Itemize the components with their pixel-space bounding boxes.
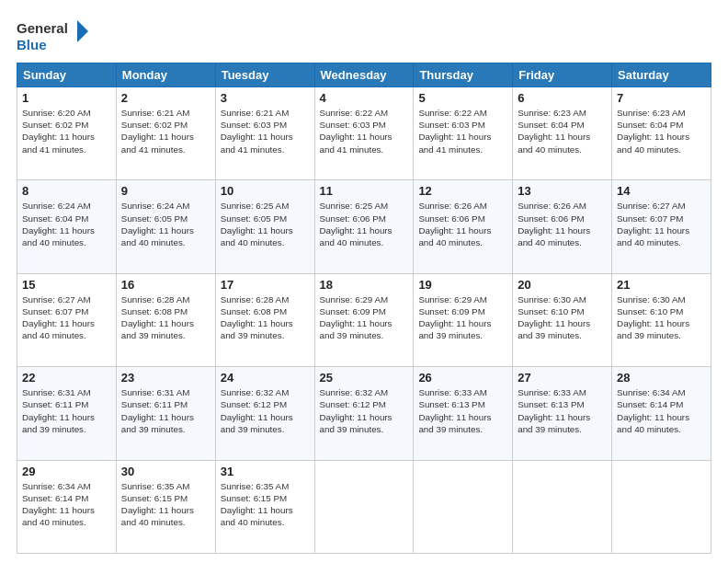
- day-number: 24: [221, 371, 310, 385]
- day-number: 14: [617, 184, 706, 198]
- day-detail: Sunrise: 6:31 AMSunset: 6:11 PMDaylight:…: [121, 386, 210, 435]
- table-row: 4 Sunrise: 6:22 AMSunset: 6:03 PMDayligh…: [314, 87, 414, 180]
- table-row: 19 Sunrise: 6:29 AMSunset: 6:09 PMDaylig…: [414, 273, 513, 366]
- day-number: 22: [22, 371, 111, 385]
- day-number: 3: [221, 91, 310, 105]
- table-row: 8 Sunrise: 6:24 AMSunset: 6:04 PMDayligh…: [17, 180, 117, 273]
- table-row: 18 Sunrise: 6:29 AMSunset: 6:09 PMDaylig…: [314, 273, 414, 366]
- svg-marker-2: [77, 20, 88, 42]
- day-number: 18: [320, 278, 409, 292]
- table-row: 30 Sunrise: 6:35 AMSunset: 6:15 PMDaylig…: [116, 460, 215, 553]
- table-row: 13 Sunrise: 6:26 AMSunset: 6:06 PMDaylig…: [513, 180, 612, 273]
- day-detail: Sunrise: 6:21 AMSunset: 6:03 PMDaylight:…: [221, 107, 310, 155]
- day-detail: Sunrise: 6:30 AMSunset: 6:10 PMDaylight:…: [617, 293, 706, 342]
- table-row: 24 Sunrise: 6:32 AMSunset: 6:12 PMDaylig…: [215, 367, 314, 460]
- svg-text:General: General: [17, 20, 68, 36]
- table-row: 6 Sunrise: 6:23 AMSunset: 6:04 PMDayligh…: [513, 87, 612, 180]
- table-row: 27 Sunrise: 6:33 AMSunset: 6:13 PMDaylig…: [513, 367, 612, 460]
- day-number: 12: [418, 184, 507, 198]
- day-number: 1: [22, 91, 111, 105]
- day-number: 27: [518, 371, 607, 385]
- calendar-table: Sunday Monday Tuesday Wednesday Thursday…: [17, 63, 711, 554]
- day-detail: Sunrise: 6:20 AMSunset: 6:02 PMDaylight:…: [22, 107, 111, 155]
- logo-svg: General Blue: [17, 17, 90, 55]
- day-detail: Sunrise: 6:35 AMSunset: 6:15 PMDaylight:…: [121, 480, 210, 529]
- day-detail: Sunrise: 6:32 AMSunset: 6:12 PMDaylight:…: [221, 386, 310, 435]
- day-number: 26: [418, 371, 507, 385]
- day-detail: Sunrise: 6:34 AMSunset: 6:14 PMDaylight:…: [22, 480, 111, 529]
- day-detail: Sunrise: 6:25 AMSunset: 6:06 PMDaylight:…: [320, 200, 409, 248]
- day-number: 28: [617, 371, 706, 385]
- day-detail: Sunrise: 6:23 AMSunset: 6:04 PMDaylight:…: [518, 107, 607, 155]
- col-monday: Monday: [116, 63, 215, 87]
- table-row: 11 Sunrise: 6:25 AMSunset: 6:06 PMDaylig…: [314, 180, 414, 273]
- day-number: 25: [320, 371, 409, 385]
- day-detail: Sunrise: 6:21 AMSunset: 6:02 PMDaylight:…: [121, 107, 210, 155]
- day-number: 15: [22, 278, 111, 292]
- day-detail: Sunrise: 6:27 AMSunset: 6:07 PMDaylight:…: [617, 200, 706, 248]
- table-row: 2 Sunrise: 6:21 AMSunset: 6:02 PMDayligh…: [116, 87, 215, 180]
- col-friday: Friday: [513, 63, 612, 87]
- day-number: 10: [221, 184, 310, 198]
- table-row: 22 Sunrise: 6:31 AMSunset: 6:11 PMDaylig…: [17, 367, 117, 460]
- day-detail: Sunrise: 6:34 AMSunset: 6:14 PMDaylight:…: [617, 386, 706, 435]
- col-wednesday: Wednesday: [314, 63, 414, 87]
- table-row: [414, 460, 513, 553]
- day-detail: Sunrise: 6:32 AMSunset: 6:12 PMDaylight:…: [320, 386, 409, 435]
- calendar-header-row: Sunday Monday Tuesday Wednesday Thursday…: [17, 63, 711, 87]
- calendar-week-row: 22 Sunrise: 6:31 AMSunset: 6:11 PMDaylig…: [17, 367, 711, 460]
- day-number: 6: [518, 91, 607, 105]
- table-row: 21 Sunrise: 6:30 AMSunset: 6:10 PMDaylig…: [612, 273, 711, 366]
- table-row: [612, 460, 711, 553]
- table-row: 26 Sunrise: 6:33 AMSunset: 6:13 PMDaylig…: [414, 367, 513, 460]
- day-detail: Sunrise: 6:30 AMSunset: 6:10 PMDaylight:…: [518, 293, 607, 342]
- col-sunday: Sunday: [17, 63, 117, 87]
- table-row: 7 Sunrise: 6:23 AMSunset: 6:04 PMDayligh…: [612, 87, 711, 180]
- table-row: 10 Sunrise: 6:25 AMSunset: 6:05 PMDaylig…: [215, 180, 314, 273]
- top-section: General Blue: [17, 17, 711, 55]
- calendar-week-row: 8 Sunrise: 6:24 AMSunset: 6:04 PMDayligh…: [17, 180, 711, 273]
- day-number: 4: [320, 91, 409, 105]
- day-number: 8: [22, 184, 111, 198]
- table-row: 15 Sunrise: 6:27 AMSunset: 6:07 PMDaylig…: [17, 273, 117, 366]
- table-row: [513, 460, 612, 553]
- table-row: 1 Sunrise: 6:20 AMSunset: 6:02 PMDayligh…: [17, 87, 117, 180]
- col-tuesday: Tuesday: [215, 63, 314, 87]
- day-detail: Sunrise: 6:22 AMSunset: 6:03 PMDaylight:…: [418, 107, 507, 155]
- logo: General Blue: [17, 17, 90, 55]
- table-row: 31 Sunrise: 6:35 AMSunset: 6:15 PMDaylig…: [215, 460, 314, 553]
- table-row: 28 Sunrise: 6:34 AMSunset: 6:14 PMDaylig…: [612, 367, 711, 460]
- table-row: 29 Sunrise: 6:34 AMSunset: 6:14 PMDaylig…: [17, 460, 117, 553]
- table-row: 17 Sunrise: 6:28 AMSunset: 6:08 PMDaylig…: [215, 273, 314, 366]
- col-thursday: Thursday: [414, 63, 513, 87]
- day-detail: Sunrise: 6:28 AMSunset: 6:08 PMDaylight:…: [121, 293, 210, 342]
- table-row: 14 Sunrise: 6:27 AMSunset: 6:07 PMDaylig…: [612, 180, 711, 273]
- day-detail: Sunrise: 6:24 AMSunset: 6:04 PMDaylight:…: [22, 200, 111, 248]
- day-number: 2: [121, 91, 210, 105]
- day-detail: Sunrise: 6:29 AMSunset: 6:09 PMDaylight:…: [320, 293, 409, 342]
- table-row: 23 Sunrise: 6:31 AMSunset: 6:11 PMDaylig…: [116, 367, 215, 460]
- day-number: 16: [121, 278, 210, 292]
- svg-text:Blue: Blue: [17, 37, 47, 52]
- day-number: 19: [418, 278, 507, 292]
- calendar-week-row: 1 Sunrise: 6:20 AMSunset: 6:02 PMDayligh…: [17, 87, 711, 180]
- day-number: 13: [518, 184, 607, 198]
- day-detail: Sunrise: 6:22 AMSunset: 6:03 PMDaylight:…: [320, 107, 409, 155]
- table-row: 25 Sunrise: 6:32 AMSunset: 6:12 PMDaylig…: [314, 367, 414, 460]
- day-number: 20: [518, 278, 607, 292]
- day-detail: Sunrise: 6:35 AMSunset: 6:15 PMDaylight:…: [221, 480, 310, 529]
- day-number: 7: [617, 91, 706, 105]
- col-saturday: Saturday: [612, 63, 711, 87]
- day-number: 5: [418, 91, 507, 105]
- day-number: 11: [320, 184, 409, 198]
- day-detail: Sunrise: 6:24 AMSunset: 6:05 PMDaylight:…: [121, 200, 210, 248]
- day-number: 31: [221, 465, 310, 478]
- table-row: 16 Sunrise: 6:28 AMSunset: 6:08 PMDaylig…: [116, 273, 215, 366]
- day-detail: Sunrise: 6:25 AMSunset: 6:05 PMDaylight:…: [221, 200, 310, 248]
- day-detail: Sunrise: 6:33 AMSunset: 6:13 PMDaylight:…: [518, 386, 607, 435]
- calendar-week-row: 29 Sunrise: 6:34 AMSunset: 6:14 PMDaylig…: [17, 460, 711, 553]
- day-detail: Sunrise: 6:28 AMSunset: 6:08 PMDaylight:…: [221, 293, 310, 342]
- table-row: 9 Sunrise: 6:24 AMSunset: 6:05 PMDayligh…: [116, 180, 215, 273]
- day-detail: Sunrise: 6:31 AMSunset: 6:11 PMDaylight:…: [22, 386, 111, 435]
- day-detail: Sunrise: 6:27 AMSunset: 6:07 PMDaylight:…: [22, 293, 111, 342]
